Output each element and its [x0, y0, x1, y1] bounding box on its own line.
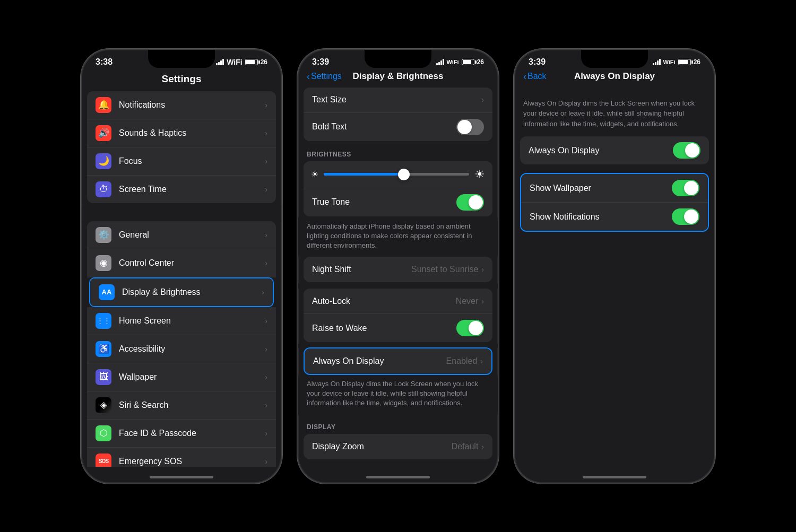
show-wallpaper-row[interactable]: Show Wallpaper [521, 174, 708, 203]
show-notifications-toggle[interactable] [672, 208, 699, 225]
home-bar-3 [583, 476, 646, 478]
brightness-sun-small-icon: ☀ [311, 169, 318, 179]
list-item[interactable]: ⋮⋮ Home Screen › [87, 307, 276, 335]
list-item[interactable]: ⚙️ General › [87, 221, 276, 249]
screen-1: Settings 🔔 Notifications › 🔊 Sounds & Ha… [82, 71, 281, 467]
time-3: 3:39 [529, 57, 546, 67]
true-tone-desc: Automatically adapt iPhone display based… [298, 217, 498, 257]
true-tone-toggle[interactable] [456, 194, 484, 211]
raise-to-wake-toggle[interactable] [456, 320, 484, 336]
list-item[interactable]: 🔊 Sounds & Haptics › [87, 119, 276, 147]
aod-desc-3: Always On Display dims the Lock Screen w… [515, 88, 714, 137]
focus-icon: 🌙 [96, 153, 111, 169]
night-shift-row[interactable]: Night Shift Sunset to Sunrise › [304, 257, 492, 282]
battery-icon-2 [462, 59, 474, 65]
list-item[interactable]: ⏱ Screen Time › [87, 176, 276, 203]
show-wallpaper-toggle[interactable] [672, 180, 699, 196]
display-section-label: DISPLAY [298, 415, 498, 434]
home-bar-1 [150, 476, 213, 478]
status-icons-3: WiFi 26 [653, 58, 700, 66]
settings-group-1: 🔔 Notifications › 🔊 Sounds & Haptics › 🌙… [87, 91, 276, 203]
aod-toggle[interactable] [673, 142, 700, 159]
status-icons-1: WiFi 26 [216, 58, 267, 66]
brightness-section: BRIGHTNESS ☀ ☀ True Tone [298, 142, 498, 257]
true-tone-row[interactable]: True Tone [304, 188, 492, 216]
siri-icon: ◈ [96, 397, 111, 413]
bold-text-toggle[interactable] [456, 119, 484, 135]
sos-icon: SOS [96, 453, 111, 467]
brightness-slider[interactable] [324, 173, 469, 176]
status-bar-3: 3:39 WiFi 26 [515, 50, 714, 71]
group-separator [82, 204, 281, 221]
brightness-slider-row[interactable]: ☀ ☀ [304, 161, 492, 188]
phone-2: 3:39 WiFi 26 ‹ Settings Display & Bright… [297, 49, 499, 484]
display-zoom-group: Display Zoom Default › [304, 434, 492, 459]
settings-group-2: ⚙️ General › ◉ Control Center › AA Displ… [87, 221, 276, 467]
aod-highlighted-row[interactable]: Always On Display Enabled › [304, 347, 492, 375]
time-2: 3:39 [312, 57, 329, 67]
list-item[interactable]: ♿ Accessibility › [87, 335, 276, 363]
list-item[interactable]: ◉ Control Center › [87, 249, 276, 277]
nav-title-2: Display & Brightness [353, 71, 444, 82]
list-item[interactable]: 🔔 Notifications › [87, 91, 276, 119]
back-button-2[interactable]: ‹ Settings [307, 71, 342, 82]
battery-num-1: 26 [261, 58, 267, 66]
home-bar-2 [366, 476, 430, 478]
show-options-highlighted: Show Wallpaper Show Notifications [520, 173, 709, 232]
display-zoom-row[interactable]: Display Zoom Default › [304, 434, 492, 459]
nav-title-3: Always On Display [574, 71, 655, 82]
list-item[interactable]: ⬡ Face ID & Passcode › [87, 420, 276, 448]
list-item[interactable]: 🌙 Focus › [87, 147, 276, 176]
signal-icon-2 [436, 59, 444, 65]
notifications-icon: 🔔 [96, 97, 111, 113]
back-chevron-icon-3: ‹ [523, 71, 526, 82]
accessibility-icon: ♿ [96, 341, 111, 357]
battery-icon-1 [245, 59, 258, 65]
sounds-icon: 🔊 [96, 125, 111, 141]
brightness-sun-large-icon: ☀ [474, 168, 485, 181]
back-label-3: Back [527, 72, 547, 81]
list-item[interactable]: 🖼 Wallpaper › [87, 363, 276, 391]
night-shift-group: Night Shift Sunset to Sunrise › [304, 257, 492, 282]
aod-toggle-group: Always On Display [520, 136, 709, 164]
wifi-icon-1: WiFi [227, 58, 242, 66]
battery-num-2: 26 [477, 58, 484, 66]
nav-header-2: ‹ Settings Display & Brightness [298, 71, 498, 88]
list-item[interactable]: ◈ Siri & Search › [87, 391, 276, 420]
aod-desc-2: Always On Display dims the Lock Screen w… [298, 375, 498, 415]
display-icon: AA [99, 284, 115, 300]
brightness-group: ☀ ☀ True Tone [304, 161, 492, 216]
aod-row[interactable]: Always On Display Enabled › [305, 348, 491, 374]
homescreen-icon: ⋮⋮ [96, 313, 111, 329]
screen-3: ‹ Back Always On Display Always On Displ… [515, 71, 714, 467]
text-size-row[interactable]: Text Size › [304, 88, 492, 113]
status-bar-2: 3:39 WiFi 26 [298, 50, 498, 71]
auto-lock-row[interactable]: Auto-Lock Never › [304, 289, 492, 314]
brightness-label: BRIGHTNESS [298, 142, 498, 161]
aod-toggle-row[interactable]: Always On Display [520, 136, 709, 164]
bold-text-row[interactable]: Bold Text [304, 113, 492, 141]
show-options-container: Show Wallpaper Show Notifications [515, 173, 714, 232]
signal-icon-3 [653, 59, 661, 65]
signal-icon-1 [216, 59, 224, 65]
text-group: Text Size › Bold Text [304, 88, 492, 141]
back-chevron-icon-2: ‹ [307, 71, 310, 82]
raise-to-wake-row[interactable]: Raise to Wake [304, 314, 492, 342]
nav-header-3: ‹ Back Always On Display [515, 71, 714, 88]
wifi-icon-3: WiFi [663, 59, 676, 65]
phones-container: 3:38 WiFi 26 Settings 🔔 Notifications › [81, 49, 715, 484]
wallpaper-icon: 🖼 [96, 369, 111, 385]
wifi-icon-2: WiFi [447, 59, 459, 65]
display-brightness-selected[interactable]: AA Display & Brightness › [89, 277, 274, 307]
back-label-2: Settings [311, 72, 342, 81]
list-item[interactable]: SOS Emergency SOS › [87, 448, 276, 467]
controlcenter-icon: ◉ [96, 255, 111, 271]
status-icons-2: WiFi 26 [436, 58, 484, 66]
general-icon: ⚙️ [96, 227, 111, 243]
back-button-3[interactable]: ‹ Back [523, 71, 547, 82]
battery-icon-3 [678, 59, 691, 65]
time-1: 3:38 [96, 57, 113, 67]
show-notifications-row[interactable]: Show Notifications [521, 203, 708, 231]
aod-group-container: Always On Display Enabled › [298, 347, 498, 375]
battery-num-3: 26 [694, 58, 700, 66]
